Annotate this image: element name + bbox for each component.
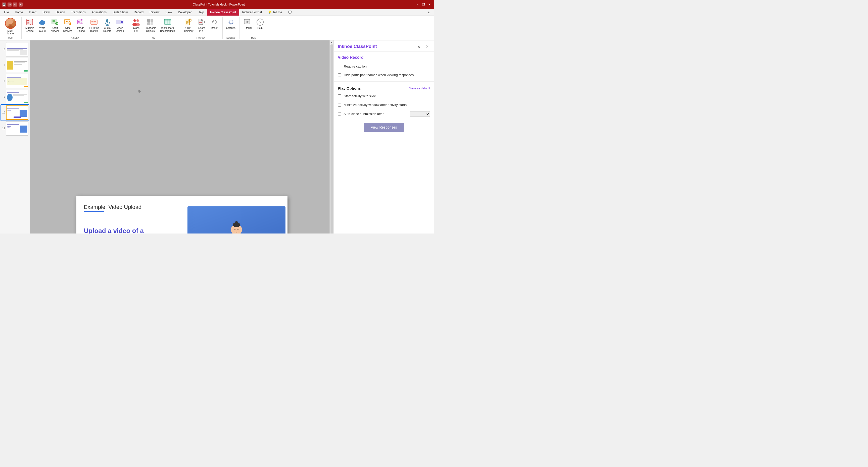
whiteboard-bg-btn[interactable]: WhiteboardBackgrounds [158, 17, 177, 34]
fill-blanks-btn[interactable]: Fill in theBlanks [87, 17, 101, 34]
right-panel: Inknoe ClassPoint ∧ ✕ Video Record Requi… [334, 40, 434, 234]
svg-rect-5 [27, 23, 29, 24]
help-btn[interactable]: ? Help [254, 17, 266, 31]
multiple-choice-btn[interactable]: MultipleChoice [24, 17, 36, 34]
svg-rect-3 [27, 20, 29, 21]
slide-thumbnail: Drawing area [6, 74, 28, 88]
window-controls[interactable]: − ❐ ✕ [415, 2, 432, 7]
audio-record-btn[interactable]: AudioRecord [101, 17, 113, 34]
slide-item[interactable]: 8 Drawing area [1, 73, 29, 89]
minimize-btn[interactable]: − [415, 2, 420, 7]
multiple-choice-label: MultipleChoice [25, 27, 34, 33]
tab-picture-format[interactable]: Picture Format [239, 9, 265, 15]
play-options-header: Play Options Save as default [334, 84, 434, 92]
help-icon: ? [256, 18, 264, 26]
tab-insert[interactable]: Insert [26, 9, 39, 15]
save-as-default-link[interactable]: Save as default [409, 87, 430, 90]
slide-item-active[interactable]: 10 Uploadvideo [1, 105, 29, 121]
customize-icon[interactable]: ▾ [19, 2, 23, 6]
slide-item[interactable]: 7 [1, 57, 29, 73]
tab-help[interactable]: Help [195, 9, 207, 15]
require-caption-label[interactable]: Require caption [344, 64, 367, 69]
short-answer-btn[interactable]: ShortAnswer [49, 17, 61, 34]
user-name-label: MissMarie [7, 29, 13, 35]
minimize-window-label[interactable]: Minimize activity window after activity … [344, 103, 407, 107]
draggable-objects-icon [146, 18, 154, 26]
group-label-user: User [8, 36, 13, 39]
tab-file[interactable]: File [1, 9, 12, 15]
close-btn[interactable]: ✕ [427, 2, 432, 7]
tab-review[interactable]: Review [147, 9, 162, 15]
draggable-objects-btn[interactable]: DraggableObjects [143, 17, 158, 34]
video-upload-btn[interactable]: VideoUpload [114, 17, 126, 34]
tab-design[interactable]: Design [53, 9, 68, 15]
image-upload-btn[interactable]: ImageUpload [75, 17, 87, 34]
slide-panel[interactable]: 6 7 [0, 40, 30, 234]
tab-draw[interactable]: Draw [39, 9, 53, 15]
svg-point-62 [235, 221, 238, 225]
panel-controls[interactable]: ∧ ✕ [416, 43, 430, 49]
collapse-ribbon-btn[interactable]: ∧ [425, 9, 433, 15]
word-cloud-btn[interactable]: WordCloud [36, 17, 48, 34]
panel-collapse-btn[interactable]: ∧ [416, 43, 422, 49]
svg-point-28 [133, 19, 136, 22]
minimize-window-checkbox[interactable] [338, 103, 341, 107]
window-title: ClassPoint Tutorials deck - PowerPoint [23, 3, 415, 6]
restore-btn[interactable]: ❐ [421, 2, 426, 7]
slide-item[interactable]: 6 [1, 41, 29, 57]
tab-comments[interactable]: 💬 [285, 9, 295, 15]
slide-number: 8 [1, 79, 5, 82]
class-list-btn[interactable]: ClassList [130, 17, 142, 34]
scroll-thumb-v[interactable] [331, 44, 333, 234]
share-pdf-label: SharePDF [198, 27, 205, 33]
vertical-scrollbar[interactable]: ▲ ▼ [330, 40, 334, 234]
require-caption-row: Require caption [334, 62, 434, 71]
tab-record[interactable]: Record [131, 9, 147, 15]
slide-canvas: Example: Video Upload Upload a video of … [76, 196, 287, 234]
settings-btn[interactable]: Settings [225, 17, 237, 31]
hide-participant-checkbox[interactable] [338, 73, 341, 77]
tutorial-btn[interactable]: Tutorial [242, 17, 254, 31]
svg-text:PDF: PDF [199, 22, 202, 24]
class-list-icon [132, 18, 140, 26]
start-with-slide-checkbox[interactable] [338, 94, 341, 98]
require-caption-checkbox[interactable] [338, 65, 341, 68]
scroll-up-arrow[interactable]: ▲ [330, 40, 333, 44]
reset-btn[interactable]: Reset [208, 17, 220, 31]
redo-icon[interactable]: ↻ [13, 2, 17, 6]
panel-close-btn[interactable]: ✕ [424, 43, 430, 49]
auto-close-checkbox[interactable] [338, 112, 341, 115]
quick-access-toolbar[interactable]: 💾 ↩ ↻ ▾ [2, 2, 23, 6]
svg-point-64 [238, 229, 239, 230]
view-responses-btn[interactable]: View Responses [364, 123, 404, 132]
svg-rect-4 [27, 22, 29, 23]
auto-close-label[interactable]: Auto-close submission after [344, 112, 407, 116]
yoga-figure [211, 213, 261, 234]
svg-text:★: ★ [189, 19, 192, 22]
quiz-summary-btn[interactable]: ★ QuizSummary [181, 17, 195, 34]
slide-thumbnail [6, 90, 28, 104]
undo-icon[interactable]: ↩ [7, 2, 11, 6]
tab-tell-me[interactable]: 💡 Tell me [265, 9, 285, 15]
slide-drawing-btn[interactable]: SlideDrawing [61, 17, 74, 34]
tab-view[interactable]: View [162, 9, 175, 15]
video-record-section-title[interactable]: Video Record [334, 52, 434, 62]
tab-developer[interactable]: Developer [175, 9, 195, 15]
tab-slideshow[interactable]: Slide Show [110, 9, 131, 15]
hide-participant-label[interactable]: Hide participant names when viewing resp… [344, 73, 414, 77]
slide-item[interactable]: 11 Uploadvideo [1, 121, 29, 136]
tab-classpoint[interactable]: Inknoe ClassPoint [207, 9, 239, 15]
draggable-objects-label: DraggableObjects [145, 27, 156, 33]
share-pdf-btn[interactable]: PDF SharePDF [196, 17, 208, 34]
auto-close-select[interactable]: 1 min 2 min 5 min [410, 111, 430, 117]
auto-close-row: Auto-close submission after 1 min 2 min … [334, 109, 434, 119]
tab-home[interactable]: Home [12, 9, 26, 15]
slide-item[interactable]: 9 [1, 89, 29, 105]
start-with-slide-label[interactable]: Start activity with slide [344, 94, 376, 98]
svg-point-1 [7, 25, 14, 28]
save-icon[interactable]: 💾 [2, 2, 6, 6]
tab-transitions[interactable]: Transitions [68, 9, 89, 15]
image-upload-label: ImageUpload [76, 27, 85, 33]
slide-image [187, 206, 285, 234]
tab-animations[interactable]: Animations [89, 9, 110, 15]
